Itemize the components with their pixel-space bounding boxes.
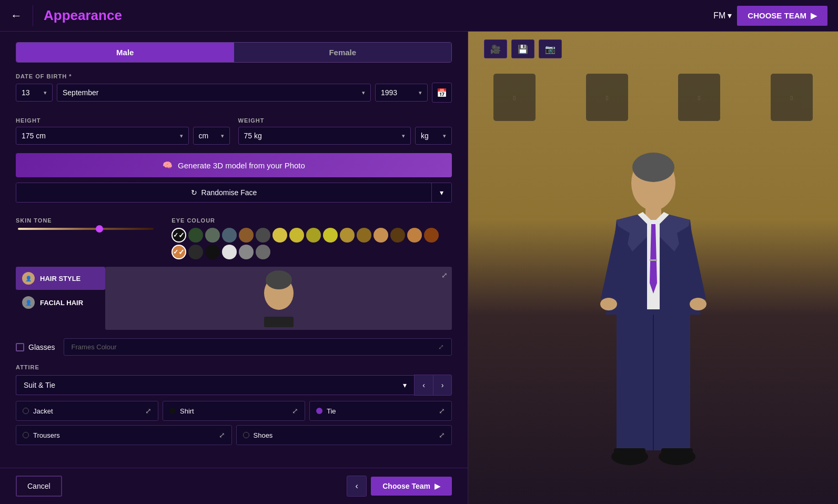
hair-style-option[interactable]: 👤 HAIR STYLE xyxy=(16,267,105,290)
eye-swatch-7[interactable] xyxy=(289,228,304,243)
randomise-dropdown-button[interactable]: ▾ xyxy=(431,183,451,202)
choose-team-nav-arrow-icon: ▶ xyxy=(811,11,817,21)
height-unit-dropdown[interactable]: cm ▾ xyxy=(193,127,230,145)
dob-label: DATE OF BIRTH * xyxy=(16,73,452,79)
fm-arrow-icon: ▾ xyxy=(728,11,732,21)
weight-arrow-icon: ▾ xyxy=(402,133,405,139)
generate-3d-icon: 🧠 xyxy=(163,160,173,170)
attire-trousers[interactable]: Trousers ⤢ xyxy=(16,425,232,445)
eye-swatch-1[interactable] xyxy=(188,228,203,243)
height-label: HEIGHT xyxy=(16,117,230,124)
photo-tool-button[interactable]: 📷 xyxy=(539,39,562,58)
skin-slider-thumb[interactable] xyxy=(96,225,103,233)
attire-tie[interactable]: Tie ⤢ xyxy=(309,401,452,421)
attire-prev-button[interactable]: ‹ xyxy=(414,375,433,396)
attire-shoes[interactable]: Shoes ⤢ xyxy=(236,425,452,445)
randomise-button[interactable]: ↻ Randomise Face xyxy=(16,183,431,202)
eye-section: EYE COLOUR ✓✓ xyxy=(171,210,452,259)
height-arrow-icon: ▾ xyxy=(180,133,183,139)
generate-3d-button[interactable]: 🧠 Generate 3D model from your Photo xyxy=(16,153,452,177)
eye-swatch-18[interactable] xyxy=(205,245,220,259)
facial-hair-icon: 👤 xyxy=(22,296,35,309)
attire-dropdown-arrow-icon: ▾ xyxy=(403,381,407,389)
randomise-icon: ↻ xyxy=(191,188,197,197)
glasses-checkbox-label[interactable]: Glasses xyxy=(16,343,55,351)
choose-team-nav-button[interactable]: CHOOSE TEAM ▶ xyxy=(737,6,827,26)
main-layout: Male Female DATE OF BIRTH * 13 ▾ Septemb… xyxy=(0,32,838,504)
eye-swatch-2[interactable] xyxy=(205,228,220,243)
attire-selected-value: Suit & Tie xyxy=(24,381,55,389)
dob-year-value: 1993 xyxy=(381,88,397,97)
eye-swatch-10[interactable] xyxy=(340,228,355,243)
attire-jacket-expand-icon[interactable]: ⤢ xyxy=(145,407,152,415)
weight-unit-value: kg xyxy=(421,132,429,140)
eye-swatch-21[interactable] xyxy=(256,245,270,259)
tab-female[interactable]: Female xyxy=(234,43,452,62)
eye-swatch-5[interactable] xyxy=(256,228,270,243)
height-controls: 175 cm ▾ cm ▾ xyxy=(16,127,230,145)
attire-dropdown[interactable]: Suit & Tie ▾ xyxy=(16,375,414,395)
calendar-icon: 📅 xyxy=(437,88,447,98)
eye-swatch-4[interactable] xyxy=(239,228,254,243)
left-panel: Male Female DATE OF BIRTH * 13 ▾ Septemb… xyxy=(0,32,468,504)
dob-day-dropdown[interactable]: 13 ▾ xyxy=(16,84,53,102)
eye-swatch-15[interactable] xyxy=(424,228,439,243)
back-nav-button[interactable]: ‹ xyxy=(347,476,367,497)
attire-shoes-expand-icon[interactable]: ⤢ xyxy=(439,431,445,439)
choose-team-button[interactable]: Choose Team ▶ xyxy=(371,477,452,496)
character-svg xyxy=(574,146,732,504)
tab-male[interactable]: Male xyxy=(16,43,234,62)
hair-style-icon: 👤 xyxy=(22,272,35,285)
eye-swatch-12[interactable] xyxy=(373,228,388,243)
eye-swatch-17[interactable] xyxy=(188,245,203,259)
svg-point-13 xyxy=(690,298,706,310)
calendar-button[interactable]: 📅 xyxy=(432,83,452,103)
skin-slider-container xyxy=(16,228,156,230)
eye-swatch-16[interactable]: ✓ xyxy=(171,245,186,259)
svg-point-1 xyxy=(266,270,292,289)
cancel-button[interactable]: Cancel xyxy=(16,476,62,497)
fm-menu-button[interactable]: FM ▾ xyxy=(713,11,732,21)
weight-section: WEIGHT 75 kg ▾ kg ▾ xyxy=(238,110,452,145)
attire-shirt-expand-icon[interactable]: ⤢ xyxy=(292,407,298,415)
eye-swatch-6[interactable] xyxy=(272,228,287,243)
eye-swatch-0[interactable]: ✓ xyxy=(171,228,186,243)
attire-tie-expand-icon[interactable]: ⤢ xyxy=(439,407,445,415)
weight-dropdown[interactable]: 75 kg ▾ xyxy=(238,127,411,145)
dob-month-dropdown[interactable]: September ▾ xyxy=(57,84,371,102)
right-panel: ▯ ▯ ▯ ▯ 🎥 💾 📷 xyxy=(468,32,838,504)
eye-swatch-13[interactable] xyxy=(390,228,405,243)
weight-unit-dropdown[interactable]: kg ▾ xyxy=(415,127,452,145)
skin-slider[interactable] xyxy=(18,228,154,230)
character-area xyxy=(564,109,743,504)
video-tool-button[interactable]: 🎥 xyxy=(484,39,507,58)
bottom-nav: ‹ Choose Team ▶ xyxy=(347,476,452,497)
eye-swatch-8[interactable] xyxy=(306,228,321,243)
eye-swatch-20[interactable] xyxy=(239,245,254,259)
form-area: Male Female DATE OF BIRTH * 13 ▾ Septemb… xyxy=(0,32,468,468)
attire-shirt-label-row: Shirt xyxy=(169,407,194,415)
dob-year-dropdown[interactable]: 1993 ▾ xyxy=(375,84,428,102)
attire-trousers-expand-icon[interactable]: ⤢ xyxy=(219,431,225,439)
dob-row: 13 ▾ September ▾ 1993 ▾ 📅 xyxy=(16,83,452,103)
eye-swatch-19[interactable] xyxy=(222,245,237,259)
attire-jacket-label-row: Jacket xyxy=(23,407,53,415)
expand-preview-icon[interactable]: ⤢ xyxy=(441,271,448,279)
height-dropdown[interactable]: 175 cm ▾ xyxy=(16,127,189,145)
eye-swatch-3[interactable] xyxy=(222,228,237,243)
attire-next-button[interactable]: › xyxy=(433,375,452,396)
attire-jacket[interactable]: Jacket ⤢ xyxy=(16,401,158,421)
eye-swatch-14[interactable] xyxy=(407,228,422,243)
attire-shirt[interactable]: Shirt ⤢ xyxy=(163,401,305,421)
eye-swatch-11[interactable] xyxy=(357,228,371,243)
background-shirts: ▯ ▯ ▯ ▯ xyxy=(468,74,838,121)
eye-colour-label: EYE COLOUR xyxy=(171,217,452,224)
attire-label: ATTIRE xyxy=(16,364,452,370)
facial-hair-option[interactable]: 👤 FACIAL HAIR xyxy=(16,291,105,314)
save-tool-button[interactable]: 💾 xyxy=(511,39,534,58)
shirt-display-4: ▯ xyxy=(771,74,813,121)
eye-swatch-9[interactable] xyxy=(323,228,338,243)
glasses-checkbox[interactable] xyxy=(16,343,24,351)
back-button[interactable]: ← xyxy=(11,9,22,23)
frames-colour-button: Frames Colour ⤢ xyxy=(64,338,452,356)
